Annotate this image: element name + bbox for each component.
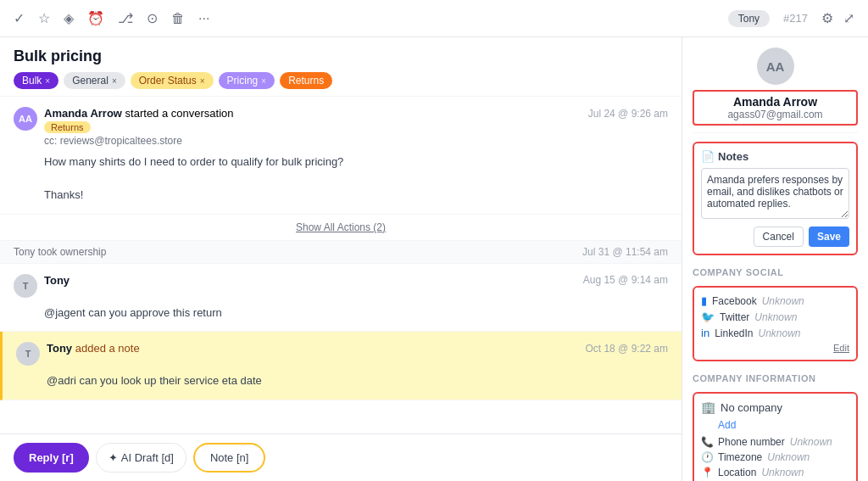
trash-icon[interactable]: 🗑 (171, 11, 185, 26)
tag-returns[interactable]: Returns (280, 72, 332, 89)
settings-icon[interactable]: ⚙ (821, 10, 833, 26)
message-header: T Tony added a note Oct 18 @ 9:22 am (16, 342, 668, 366)
conversation-panel: Bulk pricing Bulk × General × Order Stat… (0, 37, 682, 481)
messages-list: AA Amanda Arrow started a conversation J… (0, 97, 682, 433)
message-sender: Tony (47, 342, 72, 355)
company-social-title: COMPANY SOCIAL (693, 267, 858, 277)
reply-button[interactable]: Reply [r] (14, 443, 89, 473)
twitter-label: Twitter (720, 311, 749, 323)
ticket-number: #217 (783, 12, 808, 25)
company-name-row: 🏢 No company (701, 400, 849, 414)
notes-section: 📄 Notes Amanda prefers responses by emai… (693, 142, 858, 255)
notes-actions: Cancel Save (701, 227, 849, 247)
notes-icon: 📄 (701, 150, 715, 163)
more-icon[interactable]: ··· (198, 11, 209, 26)
save-button[interactable]: Save (809, 227, 849, 247)
message-time: Oct 18 @ 9:22 am (585, 343, 668, 355)
company-social-box: ▮ Facebook Unknown 🐦 Twitter Unknown in … (693, 286, 858, 361)
show-all-actions[interactable]: Show All Actions (2) (0, 215, 682, 241)
timezone-icon: 🕐 (701, 451, 713, 463)
tag-bulk[interactable]: Bulk × (14, 72, 58, 89)
twitter-value: Unknown (754, 311, 797, 323)
contact-email: agass07@gmail.com (701, 109, 849, 120)
history-icon[interactable]: ⊙ (147, 10, 158, 26)
facebook-value: Unknown (762, 295, 804, 307)
contact-header: AA Amanda Arrow agass07@gmail.com (693, 48, 858, 133)
expand-icon[interactable]: ⤢ (843, 10, 854, 26)
conversation-title: Bulk pricing (14, 48, 668, 65)
contact-name-box: Amanda Arrow agass07@gmail.com (693, 90, 858, 126)
phone-label: Phone number (718, 436, 785, 448)
phone-icon: 📞 (701, 436, 713, 448)
facebook-label: Facebook (712, 295, 757, 307)
ownership-time: Jul 31 @ 11:54 am (582, 246, 668, 258)
linkedin-label: LinkedIn (715, 327, 753, 339)
tag-pricing[interactable]: Pricing × (219, 72, 275, 89)
timezone-row: 🕐 Timezone Unknown (701, 451, 849, 463)
tag-general[interactable]: General × (64, 72, 125, 89)
check-icon[interactable]: ✓ (14, 10, 25, 26)
message-header: T Tony Aug 15 @ 9:14 am (14, 274, 668, 298)
message-time: Jul 24 @ 9:26 am (588, 108, 668, 120)
social-edit-link[interactable]: Edit (701, 343, 849, 353)
message-body: @jagent can you approve this return (14, 305, 668, 322)
notes-title: 📄 Notes (701, 150, 849, 163)
tag-orderstatus[interactable]: Order Status × (131, 72, 214, 89)
note-button[interactable]: Note [n] (193, 443, 266, 473)
avatar: T (16, 342, 40, 366)
company-icon: 🏢 (701, 400, 715, 414)
message-sender: Tony (44, 274, 70, 287)
timezone-value: Unknown (767, 451, 810, 463)
tag-bulk-remove[interactable]: × (45, 76, 50, 86)
location-row: 📍 Location Unknown (701, 467, 849, 478)
assignee-tag[interactable]: Tony (728, 10, 770, 27)
avatar: T (14, 274, 37, 298)
conversation-header: Bulk pricing Bulk × General × Order Stat… (0, 37, 682, 97)
location-value: Unknown (761, 467, 804, 478)
location-label: Location (718, 467, 756, 478)
star-icon[interactable]: ☆ (38, 10, 50, 26)
message-meta: Amanda Arrow started a conversation Jul … (44, 107, 668, 147)
tag-pricing-remove[interactable]: × (261, 76, 266, 86)
reply-bar: Reply [r] ✦ AI Draft [d] Note [n] (0, 433, 682, 481)
message-time: Aug 15 @ 9:14 am (583, 274, 668, 286)
message-body: @adri can you look up their service eta … (16, 372, 668, 389)
no-company-label: No company (721, 401, 782, 414)
social-facebook: ▮ Facebook Unknown (701, 294, 849, 307)
contact-avatar: AA (757, 48, 794, 85)
branch-icon[interactable]: ⎇ (118, 10, 133, 26)
label-badge: Returns (44, 121, 91, 133)
message-body: How many shirts do I need to order to qu… (14, 154, 668, 204)
main-layout: Bulk pricing Bulk × General × Order Stat… (0, 37, 868, 481)
message-item: AA Amanda Arrow started a conversation J… (0, 97, 682, 215)
message-meta: Tony added a note Oct 18 @ 9:22 am (47, 342, 668, 355)
ownership-bar: Tony took ownership Jul 31 @ 11:54 am (0, 241, 682, 264)
right-panel: AA Amanda Arrow agass07@gmail.com 📄 Note… (682, 37, 868, 481)
notes-textarea[interactable]: Amanda prefers responses by email, and d… (701, 168, 849, 219)
tag-orderstatus-remove[interactable]: × (200, 76, 205, 86)
message-sender: Amanda Arrow (44, 107, 122, 120)
cancel-button[interactable]: Cancel (754, 227, 804, 247)
twitter-icon: 🐦 (701, 310, 715, 323)
location-icon: 📍 (701, 467, 713, 478)
facebook-icon: ▮ (701, 294, 707, 307)
linkedin-value: Unknown (759, 327, 801, 339)
social-linkedin: in LinkedIn Unknown (701, 327, 849, 339)
message-item: T Tony Aug 15 @ 9:14 am @jagent can you … (0, 264, 682, 333)
message-header: AA Amanda Arrow started a conversation J… (14, 107, 668, 147)
ai-draft-button[interactable]: ✦ AI Draft [d] (96, 443, 186, 473)
tag-general-remove[interactable]: × (112, 76, 117, 86)
phone-number-row: 📞 Phone number Unknown (701, 436, 849, 448)
add-company-link[interactable]: Add (718, 419, 849, 431)
toolbar: ✓ ☆ ◈ ⏰ ⎇ ⊙ 🗑 ··· Tony #217 ⚙ ⤢ (0, 0, 868, 37)
tag-icon[interactable]: ◈ (64, 10, 74, 26)
tag-list: Bulk × General × Order Status × Pricing … (14, 72, 668, 89)
avatar: AA (14, 107, 37, 131)
cc-line: cc: reviews@tropicaltees.store (44, 135, 668, 147)
note-message-item: T Tony added a note Oct 18 @ 9:22 am @ad… (0, 332, 682, 400)
message-meta: Tony Aug 15 @ 9:14 am (44, 274, 668, 287)
ownership-text: Tony took ownership (14, 246, 106, 258)
phone-value: Unknown (790, 436, 832, 448)
ai-icon: ✦ (108, 451, 118, 464)
clock-icon[interactable]: ⏰ (87, 10, 104, 26)
